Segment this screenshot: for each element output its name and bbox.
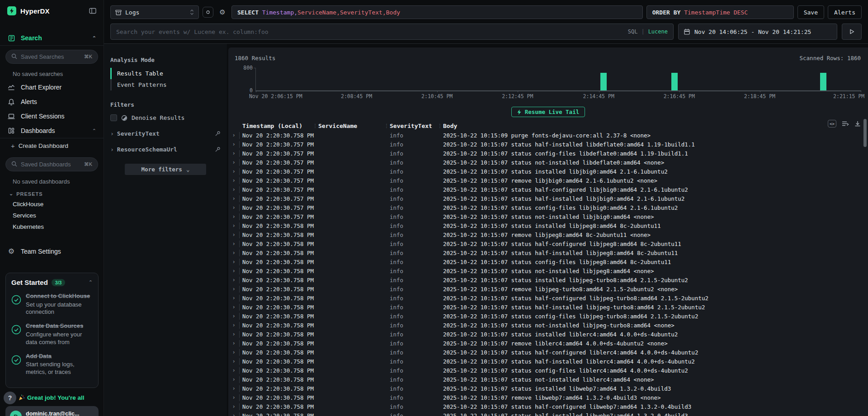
column-list-icon[interactable]	[842, 121, 849, 127]
expand-row-icon[interactable]: ›	[228, 214, 239, 219]
chevron-up-icon[interactable]: ⌃	[92, 128, 96, 134]
expand-row-icon[interactable]: ›	[228, 286, 239, 292]
filter-group[interactable]: › ResourceSchemaUrl	[110, 146, 221, 153]
expand-row-icon[interactable]: ›	[228, 277, 239, 283]
expand-row-icon[interactable]: ›	[228, 350, 239, 355]
get-started-header[interactable]: Get Started 3/3 ⌃	[11, 279, 93, 286]
sql-toggle[interactable]: SQL	[628, 28, 638, 35]
expand-row-icon[interactable]: ›	[228, 404, 239, 409]
table-row[interactable]: › Nov 20 2:20:30.758 PM info 2025-10-22 …	[228, 330, 868, 339]
expand-row-icon[interactable]: ›	[228, 151, 239, 156]
table-row[interactable]: › Nov 20 2:20:30.757 PM info 2025-10-22 …	[228, 167, 868, 176]
expand-row-icon[interactable]: ›	[228, 160, 239, 165]
preset-item[interactable]: Kubernetes	[0, 221, 104, 232]
sidebar-item-alerts[interactable]: Alerts	[0, 95, 104, 109]
expand-row-icon[interactable]: ›	[228, 232, 239, 237]
sidebar-item-chart-explorer[interactable]: Chart Explorer	[0, 80, 104, 95]
code-view-icon[interactable]: <>	[828, 120, 836, 128]
expand-row-icon[interactable]: ›	[228, 223, 239, 228]
get-started-item[interactable]: Create Data Sources Configure where your…	[11, 322, 93, 346]
table-row[interactable]: › Nov 20 2:20:30.758 PM info 2025-10-22 …	[228, 339, 868, 348]
sidebar-item-search[interactable]: Search ⌃	[0, 31, 104, 45]
table-row[interactable]: › Nov 20 2:20:30.758 PM info 2025-10-22 …	[228, 230, 868, 239]
expand-row-icon[interactable]: ›	[228, 359, 239, 364]
get-started-item[interactable]: Add Data Start sending logs, metrics, or…	[11, 352, 93, 376]
more-filters-button[interactable]: More filters ⌄	[125, 164, 206, 175]
expand-row-icon[interactable]: ›	[228, 295, 239, 301]
table-row[interactable]: › Nov 20 2:20:30.757 PM info 2025-10-22 …	[228, 185, 868, 194]
lucene-toggle[interactable]: Lucene	[648, 28, 668, 35]
table-row[interactable]: › Nov 20 2:20:30.758 PM info 2025-10-22 …	[228, 131, 868, 140]
table-row[interactable]: › Nov 20 2:20:30.757 PM info 2025-10-22 …	[228, 203, 868, 212]
alerts-button[interactable]: Alerts	[828, 5, 862, 19]
table-row[interactable]: › Nov 20 2:20:30.757 PM info 2025-10-22 …	[228, 149, 868, 158]
help-button[interactable]: ?	[4, 392, 16, 404]
chevron-up-icon[interactable]: ⌃	[89, 279, 93, 285]
create-dashboard-button[interactable]: + Create Dashboard	[0, 138, 104, 153]
table-row[interactable]: › Nov 20 2:20:30.758 PM info 2025-10-22 …	[228, 402, 868, 411]
sidebar-item-client-sessions[interactable]: Client Sessions	[0, 109, 104, 123]
col-servicename[interactable]: ServiceName	[318, 123, 383, 129]
expand-row-icon[interactable]: ›	[228, 368, 239, 373]
table-row[interactable]: › Nov 20 2:20:30.758 PM info 2025-10-22 …	[228, 348, 868, 357]
table-row[interactable]: › Nov 20 2:20:30.758 PM info 2025-10-22 …	[228, 293, 868, 303]
settings-gear-icon[interactable]: ⚙	[217, 7, 228, 18]
mode-event-patterns[interactable]: Event Patterns	[110, 79, 221, 90]
source-selector[interactable]: Logs	[110, 5, 199, 19]
table-row[interactable]: › Nov 20 2:20:30.757 PM info 2025-10-22 …	[228, 176, 868, 185]
expand-row-icon[interactable]: ›	[228, 259, 239, 265]
table-row[interactable]: › Nov 20 2:20:30.758 PM info 2025-10-22 …	[228, 366, 868, 375]
table-row[interactable]: › Nov 20 2:20:30.758 PM info 2025-10-22 …	[228, 312, 868, 321]
expand-row-icon[interactable]: ›	[228, 340, 239, 346]
user-menu[interactable]: D dominic.tran@clic... dominic.tran@clic…	[5, 406, 99, 416]
histogram-bar[interactable]	[671, 73, 678, 90]
filter-group[interactable]: › SeverityText	[110, 130, 221, 137]
saved-dashboards-input[interactable]: Saved Dashboards ⌘K	[5, 157, 98, 171]
download-icon[interactable]	[854, 121, 861, 127]
table-row[interactable]: › Nov 20 2:20:30.757 PM info 2025-10-22 …	[228, 158, 868, 167]
preset-item[interactable]: Services	[0, 210, 104, 221]
expand-row-icon[interactable]: ›	[228, 386, 239, 391]
event-search-input[interactable]: Search your events w/ Lucene ex. column:…	[110, 24, 674, 40]
column-resize-handle[interactable]: ⋮	[383, 123, 390, 129]
get-started-item[interactable]: Connect to ClickHouse Set up your databa…	[11, 292, 93, 316]
collapse-sidebar-icon[interactable]	[89, 8, 96, 14]
table-row[interactable]: › Nov 20 2:20:30.758 PM info 2025-10-22 …	[228, 321, 868, 330]
table-row[interactable]: › Nov 20 2:20:30.757 PM info 2025-10-22 …	[228, 140, 868, 149]
expand-row-icon[interactable]: ›	[228, 178, 239, 183]
expand-row-icon[interactable]: ›	[228, 142, 239, 147]
table-row[interactable]: › Nov 20 2:20:30.758 PM info 2025-10-22 …	[228, 393, 868, 402]
table-row[interactable]: › Nov 20 2:20:30.758 PM info 2025-10-22 …	[228, 303, 868, 312]
pin-icon[interactable]	[215, 131, 221, 137]
expand-row-icon[interactable]: ›	[228, 413, 239, 416]
expand-row-icon[interactable]: ›	[228, 313, 239, 319]
denoise-results-row[interactable]: Denoise Results	[110, 114, 221, 121]
column-resize-handle[interactable]: ⋮	[437, 123, 443, 129]
expand-row-icon[interactable]: ›	[228, 322, 239, 328]
histogram-bar[interactable]	[820, 73, 826, 90]
time-range-picker[interactable]: Nov 20 14:06:25 - Nov 20 14:21:25	[678, 24, 837, 40]
expand-row-icon[interactable]: ›	[228, 169, 239, 174]
mode-results-table[interactable]: Results Table	[110, 68, 221, 79]
col-body[interactable]: Body	[443, 123, 868, 129]
column-resize-handle[interactable]: ⋮	[312, 123, 318, 129]
expand-row-icon[interactable]: ›	[228, 377, 239, 382]
sidebar-item-dashboards[interactable]: Dashboards ⌃	[0, 123, 104, 138]
source-edit-icon[interactable]	[203, 7, 213, 18]
scrollbar-thumb[interactable]	[863, 119, 867, 147]
expand-row-icon[interactable]: ›	[228, 395, 239, 400]
expand-row-icon[interactable]: ›	[228, 187, 239, 192]
expand-row-icon[interactable]: ›	[228, 132, 239, 138]
sidebar-item-team-settings[interactable]: ⚙ Team Settings	[0, 243, 104, 259]
saved-searches-input[interactable]: Saved Searches ⌘K	[5, 50, 98, 64]
expand-row-icon[interactable]: ›	[228, 331, 239, 337]
table-row[interactable]: › Nov 20 2:20:30.758 PM info 2025-10-22 …	[228, 248, 868, 257]
run-query-button[interactable]	[842, 24, 862, 40]
table-row[interactable]: › Nov 20 2:20:30.757 PM info 2025-10-22 …	[228, 194, 868, 203]
presets-section-toggle[interactable]: ⌄ PRESETS	[0, 188, 104, 199]
table-row[interactable]: › Nov 20 2:20:30.758 PM info 2025-10-22 …	[228, 411, 868, 416]
select-columns-input[interactable]: SELECT Timestamp,ServiceName,SeverityTex…	[231, 5, 643, 19]
pin-icon[interactable]	[215, 147, 221, 152]
histogram-bar[interactable]	[600, 73, 607, 90]
chevron-right-icon[interactable]: ›	[110, 130, 114, 137]
